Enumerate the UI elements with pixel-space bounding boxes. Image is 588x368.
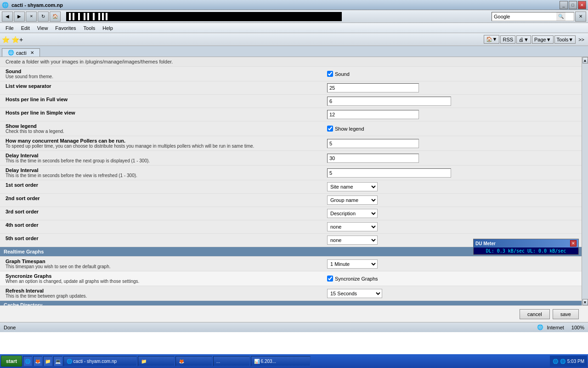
- forward-button[interactable]: ▶: [14, 12, 25, 22]
- sound-checkbox[interactable]: [327, 71, 333, 77]
- refresh-interval-select[interactable]: 5 Seconds 10 Seconds 15 Seconds 30 Secon…: [327, 289, 382, 298]
- menu-edit[interactable]: Edit: [17, 24, 34, 32]
- minimize-button[interactable]: _: [560, 1, 568, 9]
- delay-interval2-input[interactable]: [327, 168, 451, 178]
- taskbar-icon-4[interactable]: 💻: [53, 356, 62, 366]
- status-bar: Done 🌐 Internet 100%: [0, 322, 588, 332]
- sync-graphs-checkbox[interactable]: [327, 276, 333, 282]
- refresh-button[interactable]: ↻: [38, 12, 49, 22]
- tab-cacti[interactable]: 🌐 cacti ✕: [2, 48, 40, 57]
- menu-help[interactable]: Help: [99, 24, 117, 32]
- show-legend-checkbox[interactable]: [327, 126, 333, 132]
- tools-button[interactable]: Tools▼: [554, 35, 576, 44]
- close-search-button[interactable]: ✕: [575, 12, 586, 22]
- taskbar-app-4[interactable]: ...: [213, 356, 250, 366]
- taskbar-app-browser[interactable]: 🌐 cacti - shyam.com.np: [63, 356, 137, 366]
- table-row: 1st sort order Site name Group name Desc…: [0, 180, 588, 194]
- tab-bar: 🌐 cacti ✕: [0, 46, 588, 57]
- sound-label: Sound: [6, 69, 320, 74]
- cancel-button[interactable]: cancel: [520, 309, 550, 319]
- graph-timespan-select[interactable]: 1 Minute 5 Minutes 15 Minutes 30 Minutes…: [327, 259, 378, 269]
- ie-icon: 🌐: [560, 359, 565, 364]
- status-text: Done: [4, 325, 16, 330]
- taskbar: start 🌐 🦊 📁 💻 🌐 cacti - shyam.com.np 📁 🦊…: [0, 354, 588, 368]
- menu-file[interactable]: File: [2, 24, 17, 32]
- table-row: Delay Interval This is the time in secon…: [0, 166, 588, 180]
- tab-close-icon[interactable]: ✕: [30, 50, 34, 55]
- print-button[interactable]: 🖨▼: [516, 35, 531, 44]
- maximize-button[interactable]: □: [569, 1, 577, 9]
- settings-table: Create a folder with your images in /plu…: [0, 57, 588, 305]
- zoom-level: 100%: [571, 325, 584, 330]
- hosts-full-input[interactable]: [327, 97, 451, 106]
- delay-interval2-desc: This is the time in seconds before the v…: [6, 173, 320, 178]
- zone-icon: 🌐: [537, 324, 543, 330]
- search-input[interactable]: [492, 12, 556, 21]
- table-row: Refresh Interval This is the time betwee…: [0, 286, 588, 301]
- content-area: Create a folder with your images in /plu…: [0, 57, 588, 305]
- concurrent-pollers-desc: To speed up poller time, you can choose …: [6, 144, 320, 149]
- table-row: Delay Interval This is the time in secon…: [0, 151, 588, 166]
- taskbar-time: 5:03 PM: [567, 359, 584, 364]
- graph-timespan-label: Graph Timespan: [6, 259, 320, 264]
- table-row: 2nd sort order Site name Group name Desc…: [0, 194, 588, 207]
- taskbar-icon-2[interactable]: 🦊: [33, 356, 42, 366]
- show-legend-label: Show legend: [6, 123, 320, 129]
- table-row: Hosts per line in Full view: [0, 95, 588, 108]
- du-meter-close-button[interactable]: ✕: [570, 240, 577, 247]
- table-row: List view separator: [0, 81, 588, 95]
- taskbar-app-2[interactable]: 📁: [138, 356, 175, 366]
- vertical-scrollbar[interactable]: ▲ ▼: [582, 57, 588, 305]
- table-row: Hosts per line in Simple view: [0, 108, 588, 121]
- network-icon: 🌐: [553, 359, 558, 364]
- sound-checkbox-label: Sound: [327, 71, 584, 77]
- close-button[interactable]: ✕: [578, 1, 586, 9]
- concurrent-pollers-input[interactable]: [327, 139, 419, 148]
- refresh-interval-desc: This is the time between graph updates.: [6, 293, 320, 299]
- sort4-select[interactable]: Site name Group name Description none: [327, 222, 378, 231]
- back-button[interactable]: ◀: [2, 12, 13, 22]
- taskbar-app-3[interactable]: 🦊: [175, 356, 212, 366]
- nav-bar: ◀ ▶ ✕ ↻ 🏠 🔍 ✕: [0, 10, 588, 23]
- sync-graphs-label: Syncronize Graphs: [6, 273, 320, 279]
- cache-dir-row: Cache Directory This is the location, on…: [0, 301, 588, 306]
- sort1-select[interactable]: Site name Group name Description none: [327, 182, 378, 191]
- taskbar-icon-1[interactable]: 🌐: [23, 356, 32, 366]
- start-button[interactable]: start: [1, 356, 22, 367]
- table-row: Sound Use sound from theme. Sound: [0, 67, 588, 81]
- sort5-select[interactable]: Site name Group name Description none: [327, 236, 378, 245]
- page-button[interactable]: Page▼: [532, 35, 554, 44]
- favorites-star-button[interactable]: ⭐: [2, 36, 10, 43]
- stop-button[interactable]: ✕: [26, 12, 37, 22]
- taskbar-icon-3[interactable]: 📁: [43, 356, 52, 366]
- menu-view[interactable]: View: [34, 24, 52, 32]
- list-sep-input[interactable]: [327, 83, 419, 92]
- title-bar: 🌐 cacti - shyam.com.np _ □ ✕: [0, 0, 588, 10]
- home-nav-button[interactable]: 🏠▼: [484, 35, 500, 44]
- delay-interval1-input[interactable]: [327, 154, 419, 163]
- delay-interval1-label: Delay Interval: [6, 153, 320, 158]
- table-row: 4th sort order Site name Group name Desc…: [0, 220, 588, 234]
- browser-title: cacti - shyam.com.np: [11, 2, 63, 8]
- rss-button[interactable]: RSS: [500, 35, 515, 44]
- refresh-interval-label: Refresh Interval: [6, 288, 320, 293]
- list-sep-label: List view separator: [6, 83, 320, 89]
- sort2-select[interactable]: Site name Group name Description none: [327, 196, 378, 205]
- du-meter-popup: DU Meter ✕ DL: 0.3 kB/sec UL: 0.0 kB/sec: [473, 239, 579, 255]
- hosts-simple-input[interactable]: [327, 110, 419, 119]
- taskbar-app-5[interactable]: 📊 6.203...: [251, 356, 311, 366]
- table-row: Graph Timespan This timespan you wish to…: [0, 257, 588, 271]
- menu-favorites[interactable]: Favorites: [51, 24, 79, 32]
- table-row: How many concurrent Manage Pollers can b…: [0, 136, 588, 151]
- menu-tools[interactable]: Tools: [80, 24, 99, 32]
- search-button[interactable]: 🔍: [556, 12, 565, 21]
- sort3-select[interactable]: Site name Group name Description none: [327, 209, 378, 218]
- save-button[interactable]: save: [553, 309, 579, 319]
- add-favorites-button[interactable]: ⭐+: [11, 36, 23, 43]
- zone-text: Internet: [547, 325, 564, 330]
- sound-desc: Use sound from theme.: [6, 74, 320, 79]
- taskbar-system-tray: 🌐 🌐 5:03 PM: [550, 356, 587, 367]
- du-meter-title-bar: DU Meter ✕: [474, 239, 578, 247]
- home-button[interactable]: 🏠: [50, 12, 61, 22]
- sort3-label: 3rd sort order: [6, 209, 320, 214]
